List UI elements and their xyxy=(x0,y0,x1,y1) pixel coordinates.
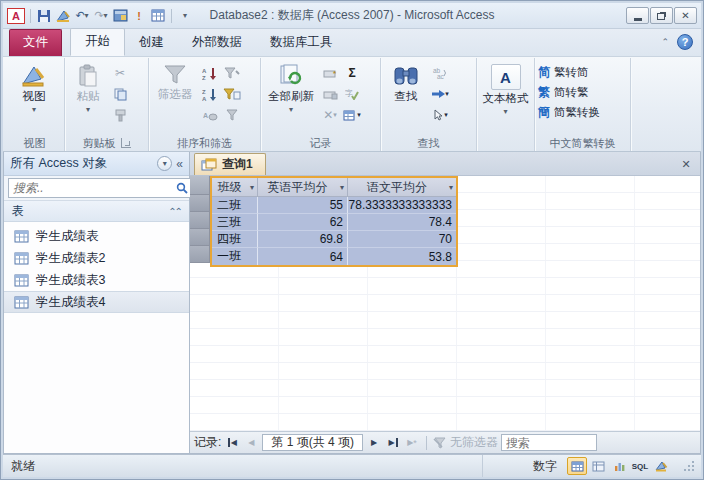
record-position-box[interactable]: 第 1 项(共 4 项) xyxy=(262,434,363,451)
goto-button[interactable]: ▾ xyxy=(430,85,450,103)
cell-english-avg[interactable]: 55 xyxy=(258,197,348,214)
close-document-button[interactable]: ✕ xyxy=(678,156,694,172)
view-button[interactable]: 视图 ▾ xyxy=(8,60,60,115)
cell-class[interactable]: 四班 xyxy=(212,231,258,248)
pivottable-view-button[interactable] xyxy=(588,457,608,475)
record-search-input[interactable] xyxy=(502,435,596,450)
shutter-bar-close-button[interactable]: « xyxy=(176,157,183,171)
remove-sort-button[interactable]: A xyxy=(200,106,220,124)
new-blank-record-button[interactable]: ▶* xyxy=(404,435,420,451)
tab-query1[interactable]: 查询1 xyxy=(194,153,266,175)
column-dropdown-icon[interactable]: ▾ xyxy=(337,183,347,192)
refresh-all-button[interactable]: 全部刷新 ▾ xyxy=(264,60,318,115)
tab-file[interactable]: 文件 xyxy=(9,29,62,56)
cell-chinese-avg[interactable]: 53.8 xyxy=(348,248,456,265)
tab-create[interactable]: 创建 xyxy=(125,30,178,56)
convert-button[interactable]: 簡 简繁转换 xyxy=(538,104,600,121)
datasheet-view-button[interactable] xyxy=(567,457,587,475)
design-view-button-status[interactable] xyxy=(651,457,671,475)
close-button[interactable]: ✕ xyxy=(674,7,697,24)
nav-item-table4[interactable]: 学生成绩表4 xyxy=(4,291,189,313)
spelling-button[interactable]: 字 xyxy=(342,85,362,103)
sort-ascending-button[interactable]: AZ xyxy=(200,64,220,82)
record-search-box[interactable] xyxy=(501,434,597,451)
next-record-button[interactable]: ▶ xyxy=(366,435,382,451)
no-filter-button[interactable]: 无筛选器 xyxy=(433,434,498,451)
cell-english-avg[interactable]: 69.8 xyxy=(258,231,348,248)
column-dropdown-icon[interactable]: ▾ xyxy=(247,183,257,192)
first-record-button[interactable]: ◀ xyxy=(224,435,240,451)
select-all-corner[interactable] xyxy=(190,176,210,195)
copy-button[interactable] xyxy=(110,85,130,103)
nav-item-table2[interactable]: 学生成绩表2 xyxy=(4,247,189,269)
sql-view-button[interactable]: SQL xyxy=(630,457,650,475)
search-box[interactable] xyxy=(8,178,191,198)
cell-chinese-avg[interactable]: 78.4 xyxy=(348,214,456,231)
find-button[interactable]: 查找 xyxy=(384,60,428,104)
select-button[interactable]: ▾ xyxy=(430,106,450,124)
column-dropdown-icon[interactable]: ▾ xyxy=(446,183,456,192)
minimize-button[interactable] xyxy=(626,7,649,24)
more-button[interactable]: ▾ xyxy=(342,106,362,124)
new-record-button[interactable]: * xyxy=(320,64,340,82)
filter-button[interactable]: 筛选器 xyxy=(152,60,198,102)
help-button[interactable]: ? xyxy=(677,34,693,50)
run-button[interactable]: ! xyxy=(131,8,147,24)
undo-button[interactable]: ↶▾ xyxy=(74,8,90,24)
save-record-button[interactable] xyxy=(320,85,340,103)
paste-button[interactable]: 粘贴 ▾ xyxy=(68,60,108,115)
nav-section-tables[interactable]: 表 ⌃⌃ xyxy=(4,201,189,222)
traditional-to-simplified-button[interactable]: 简 繁转简 xyxy=(538,64,600,81)
tab-home[interactable]: 开始 xyxy=(70,28,125,56)
text-formatting-button[interactable]: A 文本格式 ▾ xyxy=(480,60,531,117)
search-icon[interactable] xyxy=(174,182,190,194)
nav-pane-header[interactable]: 所有 Access 对象 ▾ « xyxy=(4,152,189,176)
cell-class[interactable]: 二班 xyxy=(212,197,258,214)
tab-external-data[interactable]: 外部数据 xyxy=(178,30,256,56)
row-selector[interactable] xyxy=(190,246,210,263)
row-selector[interactable] xyxy=(190,229,210,246)
nav-pane-menu-button[interactable]: ▾ xyxy=(157,156,172,171)
totals-button[interactable]: Σ xyxy=(342,64,362,82)
resize-grip[interactable] xyxy=(683,460,695,472)
datasheet-button[interactable] xyxy=(150,8,166,24)
format-painter-button[interactable] xyxy=(110,106,130,124)
restore-button[interactable] xyxy=(650,7,673,24)
cell-class[interactable]: 三班 xyxy=(212,214,258,231)
cell-chinese-avg[interactable]: 78.3333333333333 xyxy=(348,197,456,214)
column-header-english-avg[interactable]: 英语平均分▾ xyxy=(258,178,348,197)
access-app-icon[interactable]: A xyxy=(7,8,25,24)
row-selector[interactable] xyxy=(190,195,210,212)
previous-record-button[interactable]: ◀ xyxy=(243,435,259,451)
collapse-section-icon[interactable]: ⌃⌃ xyxy=(168,206,181,217)
column-header-class[interactable]: 班级▾ xyxy=(212,178,258,197)
column-header-chinese-avg[interactable]: 语文平均分▾ xyxy=(348,178,456,197)
row-selector[interactable] xyxy=(190,212,210,229)
cell-class[interactable]: 一班 xyxy=(212,248,258,265)
cell-english-avg[interactable]: 64 xyxy=(258,248,348,265)
search-input[interactable] xyxy=(9,179,174,197)
minimize-ribbon-button[interactable]: ⌃ xyxy=(661,37,669,47)
simplified-to-traditional-button[interactable]: 繁 简转繁 xyxy=(538,84,600,101)
customize-qat-button[interactable]: ▾ xyxy=(177,8,193,24)
cell-english-avg[interactable]: 62 xyxy=(258,214,348,231)
pivotchart-view-button[interactable] xyxy=(609,457,629,475)
replace-button[interactable]: abac xyxy=(430,64,450,82)
clipboard-dialog-launcher[interactable] xyxy=(121,138,131,148)
save-button[interactable] xyxy=(36,8,52,24)
last-record-button[interactable]: ▶ xyxy=(385,435,401,451)
delete-record-button[interactable]: ✕▾ xyxy=(320,106,340,124)
advanced-filter-button[interactable] xyxy=(222,85,242,103)
nav-item-table1[interactable]: 学生成绩表 xyxy=(4,225,189,247)
sort-descending-button[interactable]: ZA xyxy=(200,85,220,103)
cell-chinese-avg[interactable]: 70 xyxy=(348,231,456,248)
toggle-filter-button[interactable] xyxy=(222,106,242,124)
nav-item-table3[interactable]: 学生成绩表3 xyxy=(4,269,189,291)
tab-database-tools[interactable]: 数据库工具 xyxy=(256,30,347,56)
query-icon xyxy=(201,158,217,172)
switch-window-button[interactable] xyxy=(112,8,128,24)
redo-button[interactable]: ↷▾ xyxy=(93,8,109,24)
selection-filter-button[interactable] xyxy=(222,64,242,82)
cut-button[interactable]: ✂ xyxy=(110,64,130,82)
design-view-button[interactable] xyxy=(55,8,71,24)
